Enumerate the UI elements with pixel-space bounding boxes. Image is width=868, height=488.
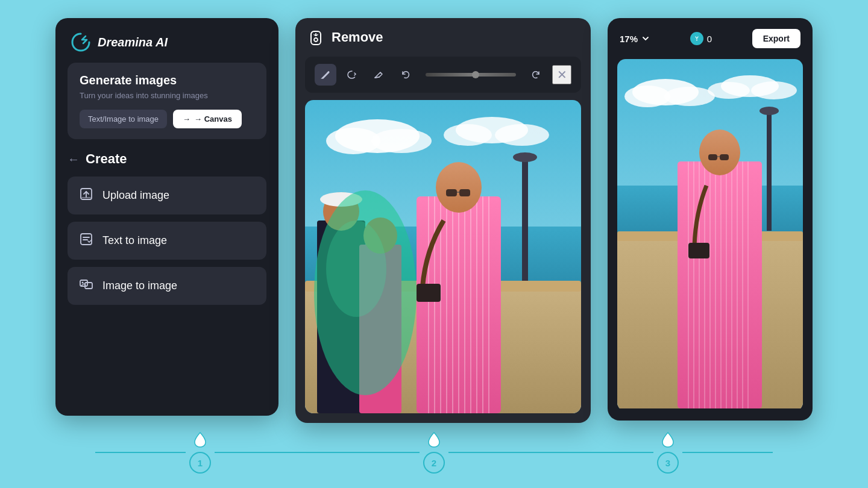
brush-size-slider[interactable] — [426, 73, 516, 77]
svg-point-48 — [624, 86, 670, 107]
svg-rect-17 — [522, 160, 528, 281]
chevron-down-icon — [641, 34, 650, 43]
svg-point-37 — [436, 162, 482, 213]
create-label: Create — [86, 151, 127, 167]
result-header: 17% 0 Export — [608, 18, 813, 59]
svg-rect-41 — [417, 284, 441, 302]
generate-title: Generate images — [80, 74, 254, 87]
generate-buttons: Text/Image to image → → Canvas — [80, 110, 254, 128]
step-badge-2: 2 — [423, 431, 445, 474]
image-to-image-icon — [80, 278, 93, 294]
step-number-1: 1 — [189, 452, 211, 474]
toolbar-eraser-btn[interactable] — [368, 64, 389, 86]
canvas-label: → Canvas — [194, 114, 232, 124]
editor-photo — [305, 100, 581, 413]
editor-toolbar: ✕ — [305, 57, 581, 93]
svg-rect-3 — [85, 283, 92, 289]
menu-item-image-to-image[interactable]: Image to image — [68, 267, 266, 305]
svg-rect-39 — [459, 189, 470, 196]
upload-icon — [80, 187, 93, 204]
toolbar-undo-btn[interactable] — [394, 64, 416, 86]
canvas-button[interactable]: → → Canvas — [173, 110, 242, 128]
zoom-control[interactable]: 17% — [620, 34, 650, 44]
editor-canvas — [305, 100, 581, 413]
logo-area: Dreamina AI — [55, 18, 278, 63]
svg-point-18 — [513, 152, 537, 162]
svg-point-49 — [664, 87, 715, 106]
sidebar-panel: Dreamina AI Generate images Turn your id… — [55, 18, 278, 416]
text-to-image-label: Text to image — [102, 234, 167, 247]
menu-item-upload[interactable]: Upload image — [68, 177, 266, 214]
editor-title: Remove — [307, 29, 383, 46]
step-indicators: 1 2 3 — [0, 431, 868, 474]
result-canvas — [617, 59, 803, 411]
editor-header: Remove — [295, 18, 591, 57]
credits-count: 0 — [707, 34, 712, 44]
svg-point-13 — [495, 124, 549, 146]
zoom-level: 17% — [620, 34, 638, 44]
toolbar-brush-btn[interactable] — [315, 64, 336, 86]
create-section: ← Create Upload image — [55, 151, 278, 416]
dreamina-logo-icon — [70, 31, 92, 53]
step-line-1 — [95, 452, 186, 454]
credits-display: 0 — [690, 32, 712, 45]
step-number-2: 2 — [423, 452, 445, 474]
svg-rect-1 — [81, 234, 92, 245]
main-container: Dreamina AI Generate images Turn your id… — [0, 0, 868, 488]
logo-text: Dreamina AI — [98, 36, 168, 49]
svg-point-71 — [699, 130, 740, 175]
menu-item-text-to-image[interactable]: Text to image — [68, 222, 266, 260]
svg-rect-75 — [688, 243, 709, 258]
step-drop-1 — [193, 431, 207, 451]
step-drop-2 — [427, 431, 441, 451]
svg-rect-56 — [767, 113, 772, 231]
credits-icon — [690, 32, 703, 45]
text-to-image-icon — [80, 233, 93, 249]
svg-point-57 — [760, 107, 779, 115]
remote-control-icon — [307, 29, 324, 46]
svg-rect-38 — [446, 189, 457, 196]
step-line-4 — [682, 452, 773, 454]
svg-point-43 — [326, 221, 386, 317]
result-photo — [617, 59, 803, 408]
editor-panel: Remove — [295, 18, 591, 423]
export-button[interactable]: Export — [752, 29, 800, 48]
svg-point-51 — [708, 82, 750, 99]
generate-card: Generate images Turn your ideas into stu… — [68, 63, 266, 139]
toolbar-redo-btn[interactable] — [526, 64, 547, 86]
svg-rect-58 — [678, 161, 762, 408]
back-icon[interactable]: ← — [68, 152, 80, 166]
svg-point-52 — [751, 81, 797, 99]
image-to-image-label: Image to image — [102, 280, 177, 292]
upload-image-label: Upload image — [102, 189, 169, 202]
text-image-button[interactable]: Text/Image to image — [80, 110, 167, 128]
step-number-3: 3 — [657, 452, 679, 474]
canvas-arrow-icon: → — [183, 114, 190, 124]
step-line-2 — [215, 452, 420, 454]
svg-point-10 — [371, 129, 432, 153]
svg-rect-73 — [720, 154, 729, 160]
svg-point-12 — [444, 124, 492, 146]
editor-title-text: Remove — [332, 30, 383, 45]
svg-rect-72 — [708, 154, 717, 160]
svg-point-45 — [696, 40, 697, 41]
create-header: ← Create — [68, 151, 266, 167]
step-drop-3 — [661, 431, 675, 451]
result-panel: 17% 0 Export — [608, 18, 813, 421]
step-line-3 — [448, 452, 653, 454]
svg-point-6 — [314, 38, 318, 42]
toolbar-close-btn[interactable]: ✕ — [552, 65, 571, 84]
toolbar-lasso-btn[interactable] — [341, 64, 363, 86]
svg-point-4 — [82, 282, 84, 284]
generate-subtitle: Turn your ideas into stunning images — [80, 91, 254, 100]
step-badge-3: 3 — [657, 431, 679, 474]
step-badge-1: 1 — [189, 431, 211, 474]
